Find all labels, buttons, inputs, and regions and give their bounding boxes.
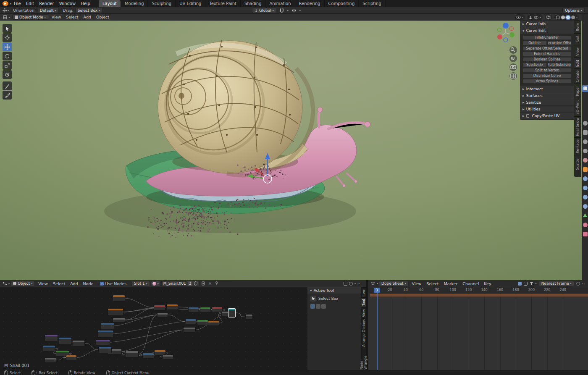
orientation-dropdown[interactable]: Default▾ — [37, 8, 59, 13]
filter-caret[interactable]: ▾ — [536, 282, 537, 285]
overlays-icon[interactable] — [534, 16, 538, 19]
shader-node-25[interactable] — [45, 357, 56, 363]
shader-node-28[interactable] — [125, 351, 139, 358]
workspace-tab-animation[interactable]: Animation — [266, 0, 295, 7]
shader-menu-node[interactable]: Node — [81, 280, 96, 287]
viewport-menu-object[interactable]: Object — [94, 14, 112, 20]
properties-tab-object-data[interactable] — [583, 213, 587, 217]
shader-menu-select[interactable]: Select — [50, 280, 68, 287]
panel-header-copy-paste-uv[interactable]: ▶Copy/Paste UV — [520, 113, 574, 119]
options-dropdown[interactable]: Options▾ — [562, 8, 585, 13]
active-tool-panel-header[interactable]: ▼ Active Tool — [307, 287, 361, 294]
shader-node-15[interactable] — [245, 314, 253, 320]
menu-file[interactable]: File — [11, 0, 24, 7]
tool-cursor[interactable] — [3, 33, 12, 42]
shader-node-3[interactable] — [101, 323, 114, 329]
fake-user-shield-icon[interactable] — [194, 281, 197, 286]
shader-node-22[interactable] — [72, 340, 85, 346]
tool-dropdown-caret[interactable]: ▾ — [8, 9, 9, 12]
scene-3d[interactable] — [0, 14, 582, 280]
button-discretize-curve[interactable]: Discretize Curve — [522, 73, 572, 78]
proportional-dope-icon[interactable] — [576, 282, 580, 286]
properties-tab-render[interactable] — [583, 121, 588, 126]
shader-node-11[interactable] — [200, 307, 211, 312]
slot-dropdown[interactable]: Slot 1▾ — [131, 281, 150, 286]
panel-header-sanitize[interactable]: ▶Sanitize — [520, 99, 574, 105]
workspace-tab-scripting[interactable]: Scripting — [359, 0, 385, 7]
workspace-tab-uv-editing[interactable]: UV Editing — [176, 0, 205, 7]
sidebar-tab-edit[interactable]: Edit — [574, 58, 581, 68]
shader-node-1[interactable] — [108, 308, 123, 316]
workspace-tab-modeling[interactable]: Modeling — [121, 0, 148, 7]
shading-wireframe[interactable] — [556, 16, 560, 19]
properties-tab-world[interactable] — [583, 158, 588, 163]
unlink-material-button[interactable]: × — [207, 281, 213, 286]
dope-menu-channel[interactable]: Channel — [460, 280, 481, 287]
sidebar-tab-tool[interactable]: Tool — [574, 33, 581, 45]
shader-sidebar-tab-options[interactable]: Options — [361, 318, 366, 333]
shader-node-8[interactable] — [166, 304, 178, 310]
gizmos-icon[interactable] — [529, 16, 533, 19]
shader-node-21[interactable] — [58, 337, 72, 344]
menu-edit[interactable]: Edit — [24, 0, 37, 7]
button-extend-handles[interactable]: Extend Handles — [522, 52, 572, 56]
shader-node-16[interactable] — [185, 319, 197, 324]
sidebar-tab-3d-print[interactable]: 3D-Print — [574, 98, 581, 116]
properties-tab-modifiers[interactable] — [583, 176, 588, 181]
show-hidden-icon[interactable] — [524, 282, 528, 286]
dope-scroll-arrows[interactable]: ‹› — [582, 282, 585, 286]
shader-node-14[interactable] — [228, 308, 236, 317]
workspace-tab-shading[interactable]: Shading — [241, 0, 266, 7]
properties-tab-material[interactable] — [583, 223, 588, 227]
transform-orientation-dropdown[interactable]: Global▾ — [252, 8, 276, 13]
shader-node-9[interactable] — [157, 312, 168, 317]
dope-menu-marker[interactable]: Marker — [441, 280, 460, 287]
shader-node-31[interactable] — [163, 354, 173, 359]
button-split-at-vertex[interactable]: Split at Vertex — [522, 68, 572, 73]
snap-node-icon[interactable] — [344, 282, 347, 286]
xray-toggle[interactable] — [545, 14, 552, 20]
axis-x[interactable] — [497, 34, 502, 39]
shader-target-dropdown[interactable]: Object▾ — [10, 281, 35, 286]
properties-tab-physics[interactable] — [583, 195, 588, 199]
pin-icon[interactable] — [214, 281, 220, 286]
header-scroll-arrows[interactable]: ‹› — [357, 282, 360, 286]
dope-mode-dropdown[interactable]: Dope Sheet▾ — [379, 281, 409, 286]
current-frame-badge[interactable]: 3 — [374, 288, 380, 293]
shader-sidebar-tab-item[interactable]: Item — [361, 287, 366, 297]
material-users-count[interactable]: 2 — [188, 281, 192, 286]
viewport-menu-add[interactable]: Add — [81, 14, 94, 20]
shading-solid[interactable] — [561, 16, 565, 19]
sidebar-tab-scatter[interactable]: Scatter — [574, 155, 581, 172]
shader-header-caret[interactable]: ▾ — [354, 282, 356, 285]
properties-tab-particles[interactable] — [583, 186, 588, 190]
tool-measure[interactable] — [3, 91, 12, 100]
workspace-tab-texture-paint[interactable]: Texture Paint — [205, 0, 241, 7]
shading-caret[interactable]: ▾ — [576, 16, 578, 18]
visibility-group[interactable]: ▾ — [514, 14, 525, 20]
dope-canvas[interactable] — [368, 293, 588, 370]
snap-dropdown[interactable]: Nearest Frame▾ — [539, 281, 574, 286]
snap-magnet-icon[interactable] — [279, 8, 285, 13]
material-browse[interactable]: ▾ — [151, 281, 160, 286]
tool-option-2[interactable] — [316, 304, 320, 309]
filter-funnel-icon[interactable] — [530, 282, 533, 285]
mode-dropdown[interactable]: Object Mode▾ — [12, 14, 48, 20]
panel-header-curve-edit[interactable]: ▼Curve Edit — [520, 27, 574, 34]
shader-node-23[interactable] — [43, 345, 55, 351]
shader-node-18[interactable] — [208, 320, 219, 326]
editor-type-caret[interactable]: ▾ — [9, 16, 10, 18]
workspace-tab-rendering[interactable]: Rendering — [295, 0, 325, 7]
workspace-tab-sculpting[interactable]: Sculpting — [148, 0, 176, 7]
shader-editor-type-icon[interactable] — [2, 281, 8, 286]
button-multi-subdivide[interactable]: Multi Subdivide — [548, 63, 572, 67]
tool-select-box[interactable] — [3, 24, 12, 33]
shader-sidebar-tab-node-wrangle[interactable]: Node Wrangle — [361, 348, 366, 370]
shader-node-19[interactable] — [183, 327, 196, 333]
panel-header-surfaces[interactable]: ▶Surfaces — [520, 92, 574, 99]
workspace-tab-compositing[interactable]: Compositing — [325, 0, 359, 7]
shading-material[interactable] — [566, 16, 570, 19]
button-outline[interactable]: Outline — [522, 41, 547, 45]
tool-option-3[interactable] — [321, 304, 326, 309]
axis-y[interactable] — [509, 32, 514, 37]
